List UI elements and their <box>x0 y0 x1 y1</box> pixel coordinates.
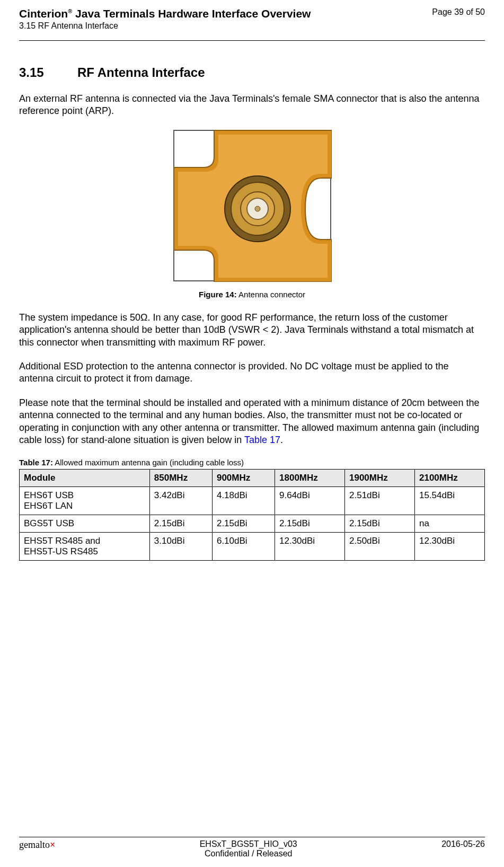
section-number: 3.15 <box>19 65 77 80</box>
section-heading: 3.15RF Antenna Interface <box>19 65 485 80</box>
th-module: Module <box>20 470 150 487</box>
cell-1800: 12.30dBi <box>275 533 345 561</box>
module-line2: EHS6T LAN <box>24 501 73 511</box>
figure-caption: Figure 14: Antenna connector <box>19 290 485 299</box>
antenna-connector-image <box>173 129 332 282</box>
logo-mark: × <box>50 839 55 850</box>
doc-subheader: 3.15 RF Antenna Interface <box>19 21 311 31</box>
cell-1900: 2.15dBi <box>345 515 415 533</box>
page-marker: Page 39 of 50 <box>432 7 485 17</box>
svg-point-5 <box>255 206 260 211</box>
table-row: EHS5T RS485 and EHS5T-US RS485 3.10dBi 6… <box>20 533 485 561</box>
cell-1900: 2.51dBi <box>345 487 415 515</box>
th-1800: 1800MHz <box>275 470 345 487</box>
page-footer: gemalto× EHSxT_BGS5T_HIO_v03 Confidentia… <box>19 837 485 859</box>
cell-900: 4.18dBi <box>212 487 275 515</box>
cell-2100: 15.54dBi <box>414 487 484 515</box>
module-line2: EHS5T-US RS485 <box>24 546 98 556</box>
cell-900: 6.10dBi <box>212 533 275 561</box>
footer-rule <box>19 837 485 837</box>
table-row: EHS6T USB EHS6T LAN 3.42dBi 4.18dBi 9.64… <box>20 487 485 515</box>
module-line1: EHS5T RS485 and <box>24 536 100 546</box>
table-row: BGS5T USB 2.15dBi 2.15dBi 2.15dBi 2.15dB… <box>20 515 485 533</box>
table17: Module 850MHz 900MHz 1800MHz 1900MHz 210… <box>19 469 485 561</box>
module-line1: EHS6T USB <box>24 490 74 500</box>
logo-text: gemalto <box>19 839 50 850</box>
table-header-row: Module 850MHz 900MHz 1800MHz 1900MHz 210… <box>20 470 485 487</box>
footer-date: 2016-05-26 <box>441 839 485 859</box>
th-900: 900MHz <box>212 470 275 487</box>
doc-title-rest: Java Terminals Hardware Interface Overvi… <box>72 7 311 20</box>
cell-850: 2.15dBi <box>149 515 212 533</box>
section-title: RF Antenna Interface <box>77 65 205 79</box>
cell-module: EHS6T USB EHS6T LAN <box>20 487 150 515</box>
paragraph-2: The system impedance is 50Ω. In any case… <box>19 312 485 349</box>
cell-2100: 12.30dBi <box>414 533 484 561</box>
paragraph-4: Please note that the terminal should be … <box>19 397 485 447</box>
cell-1800: 9.64dBi <box>275 487 345 515</box>
table17-link[interactable]: Table 17 <box>244 435 280 445</box>
figure-caption-text: Antenna connector <box>238 290 305 299</box>
th-2100: 2100MHz <box>414 470 484 487</box>
th-1900: 1900MHz <box>345 470 415 487</box>
cell-module: BGS5T USB <box>20 515 150 533</box>
cell-850: 3.42dBi <box>149 487 212 515</box>
th-850: 850MHz <box>149 470 212 487</box>
paragraph-4b: . <box>280 435 283 445</box>
table17-label: Table 17: <box>19 458 53 467</box>
paragraph-1: An external RF antenna is connected via … <box>19 93 485 118</box>
table17-caption: Table 17: Allowed maximum antenna gain (… <box>19 458 485 467</box>
cell-1900: 2.50dBi <box>345 533 415 561</box>
gemalto-logo: gemalto× <box>19 839 55 859</box>
figure-antenna-connector <box>19 129 485 285</box>
paragraph-3: Additional ESD protection to the antenna… <box>19 360 485 385</box>
table17-caption-text: Allowed maximum antenna gain (including … <box>55 458 244 467</box>
doc-title-prefix: Cinterion <box>19 7 68 20</box>
cell-module: EHS5T RS485 and EHS5T-US RS485 <box>20 533 150 561</box>
cell-1800: 2.15dBi <box>275 515 345 533</box>
header-rule <box>19 40 485 41</box>
cell-900: 2.15dBi <box>212 515 275 533</box>
confidential-label: Confidential / Released <box>55 849 441 859</box>
doc-version: EHSxT_BGS5T_HIO_v03 <box>55 839 441 849</box>
cell-2100: na <box>414 515 484 533</box>
figure-label: Figure 14: <box>199 290 237 299</box>
cell-850: 3.10dBi <box>149 533 212 561</box>
